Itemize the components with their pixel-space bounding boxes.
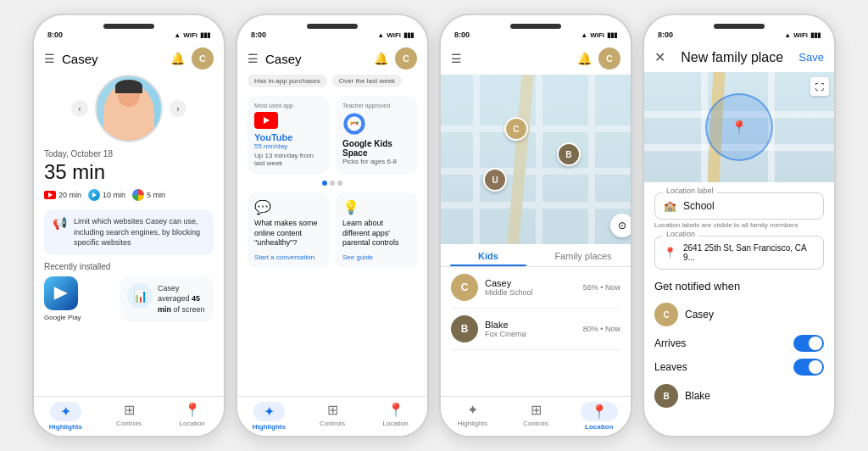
nav-controls-1[interactable]: ⊞ Controls xyxy=(97,402,161,431)
carousel-dots xyxy=(248,181,417,186)
google-play-name: Google Play xyxy=(44,314,112,321)
screen-avg-card: 📊 Casey averaged 45 min of screen xyxy=(120,276,214,322)
suggestion1-link[interactable]: Start a conversation xyxy=(254,253,322,261)
tab-family-places[interactable]: Family places xyxy=(536,244,631,266)
status-icons-1: ▲WiFi▮▮▮ xyxy=(174,31,210,39)
bell-icon-3[interactable]: 🔔 xyxy=(577,52,592,65)
screen-avg-text: Casey averaged 45 min of screen xyxy=(158,283,207,315)
tabs-row: Kids Family places xyxy=(439,244,632,267)
status-icons-3: ▲WiFi▮▮▮ xyxy=(581,31,617,39)
chrome-time: 5 min xyxy=(147,191,165,199)
status-bar-1: 8:00 ▲WiFi▮▮▮ xyxy=(34,29,224,42)
bell-icon-2[interactable]: 🔔 xyxy=(374,52,388,65)
arrives-toggle[interactable] xyxy=(793,335,824,352)
badge-iap: Has in-app purchases xyxy=(248,75,327,87)
dialog-header: ✕ New family place Save xyxy=(644,42,834,72)
map-preview[interactable]: 📍 ⛶ xyxy=(644,72,834,182)
conversation-icon: 💬 xyxy=(254,199,322,215)
location-field-label: Location xyxy=(663,230,698,238)
websites-info-card[interactable]: 📢 Limit which websites Casey can use, in… xyxy=(44,209,214,255)
suggestion-card-2[interactable]: 💡 Learn about different apps' parental c… xyxy=(336,192,417,268)
suggestion-card-1[interactable]: 💬 What makes some online content "unheal… xyxy=(248,192,329,268)
location-label-value: School xyxy=(683,200,715,212)
status-bar-3: 8:00 ▲WiFi▮▮▮ xyxy=(441,29,631,42)
casey-stat: 56% • Now xyxy=(583,283,620,292)
guide-icon: 💡 xyxy=(342,199,410,215)
nav-highlights-3[interactable]: ✦ Highlights xyxy=(441,402,504,431)
hamburger-icon[interactable]: ☰ xyxy=(44,52,55,65)
map-pin: 📍 xyxy=(731,120,748,136)
center-location-btn[interactable]: ⊙ xyxy=(610,214,632,237)
casey-avatar: C xyxy=(451,274,478,301)
location-label-field[interactable]: 🏫 School xyxy=(654,192,824,220)
avatar-3[interactable]: C xyxy=(598,47,620,70)
google-play-app[interactable]: Google Play xyxy=(44,276,112,322)
kids-space-name: Google Kids Space xyxy=(342,139,410,158)
map-view[interactable]: C B U ⊙ xyxy=(439,75,632,244)
highlights-icon-3: ✦ xyxy=(467,402,478,418)
suggestion-cards: 💬 What makes some online content "unheal… xyxy=(248,192,417,268)
suggestion2-title: Learn about different apps' parental con… xyxy=(342,219,410,248)
map-expand-btn[interactable]: ⛶ xyxy=(810,77,829,96)
app-item-youtube: 20 min xyxy=(44,189,81,201)
installed-apps-row: Google Play 📊 Casey averaged 45 min of s… xyxy=(44,276,214,322)
leaves-toggle[interactable] xyxy=(793,359,824,376)
close-button[interactable]: ✕ xyxy=(654,49,665,65)
most-used-label: Most used app xyxy=(254,103,322,109)
app-card-youtube[interactable]: Most used app YouTube 55 min/day Up 13 m… xyxy=(248,96,329,174)
dialog-title: New family place xyxy=(681,50,783,65)
phone-2: 8:00 ▲WiFi▮▮▮ ☰ Casey 🔔 C Has in-app pur… xyxy=(236,14,429,437)
suggestion2-link[interactable]: See guide xyxy=(342,253,410,261)
bell-icon-1[interactable]: 🔔 xyxy=(170,52,185,65)
location-label-field-label: Location label xyxy=(663,187,717,195)
notify-blake-name: Blake xyxy=(685,390,824,402)
nav-controls-3[interactable]: ⊞ Controls xyxy=(504,402,568,431)
blake-name: Blake xyxy=(485,320,576,330)
person-blake-row[interactable]: B Blake Fox Cinema 80% • Now xyxy=(451,309,620,350)
avatar-2[interactable]: C xyxy=(395,47,417,70)
phone-1: 8:00 ▲WiFi▮▮▮ ☰ Casey 🔔 C ‹ › Today, Oct… xyxy=(32,14,225,437)
notify-casey-avatar: C xyxy=(654,303,678,326)
profile-avatar xyxy=(95,75,163,142)
youtube-card-icon xyxy=(254,112,278,129)
leaves-toggle-knob xyxy=(809,360,822,374)
field-group: Location label 🏫 School Location labels … xyxy=(644,187,834,276)
nav-highlights-2[interactable]: ✦ Highlights xyxy=(237,402,301,431)
avatar-1[interactable]: C xyxy=(192,47,214,70)
app-card-kids-space[interactable]: Teacher approved Google Kids Space Picks… xyxy=(336,96,417,174)
app-title-2: Casey xyxy=(265,52,367,66)
nav-highlights-1[interactable]: ✦ Highlights xyxy=(34,402,97,431)
leaves-label: Leaves xyxy=(654,361,787,373)
save-button[interactable]: Save xyxy=(798,51,824,64)
casey-map-avatar: C xyxy=(504,117,528,141)
screen-avg-icon: 📊 xyxy=(127,283,153,309)
phone1-content: ‹ › Today, October 18 35 min 20 min 10 m… xyxy=(34,75,224,396)
kids-space-sub: Picks for ages 6-8 xyxy=(342,158,410,165)
nav-location-3[interactable]: 📍 Location xyxy=(567,402,631,431)
person-casey-row[interactable]: C Casey Middle School 56% • Now xyxy=(451,267,620,309)
screen-time: 35 min xyxy=(44,160,214,184)
location-field[interactable]: 📍 2641 25th St, San Francisco, CA 9... xyxy=(654,236,824,270)
youtube-card-name: YouTube xyxy=(254,132,322,142)
bottom-nav-1: ✦ Highlights ⊞ Controls 📍 Location xyxy=(34,396,224,436)
hamburger-icon-2[interactable]: ☰ xyxy=(248,52,259,65)
tab-kids[interactable]: Kids xyxy=(441,244,536,266)
nav-controls-2[interactable]: ⊞ Controls xyxy=(301,402,364,431)
profile-section: ‹ › xyxy=(44,75,214,142)
app-bar-1: ☰ Casey 🔔 C xyxy=(34,42,224,75)
blake-stat: 80% • Now xyxy=(583,325,620,333)
blake-avatar: B xyxy=(451,315,478,342)
highlights-icon-2: ✦ xyxy=(264,404,275,419)
teacher-approved-label: Teacher approved xyxy=(342,103,410,109)
prev-profile-btn[interactable]: ‹ xyxy=(71,100,88,117)
leaves-row: Leaves xyxy=(644,355,834,379)
nav-location-2[interactable]: 📍 Location xyxy=(364,402,427,431)
notify-header: Get notified when xyxy=(644,276,834,298)
badge-row: Has in-app purchases Over the last week xyxy=(248,75,417,87)
controls-icon-1: ⊞ xyxy=(124,402,135,418)
app-breakdown: 20 min 10 min 5 min xyxy=(44,189,214,201)
nav-location-1[interactable]: 📍 Location xyxy=(160,402,224,431)
svg-point-3 xyxy=(356,121,359,124)
next-profile-btn[interactable]: › xyxy=(170,100,186,117)
hamburger-icon-3[interactable]: ☰ xyxy=(451,52,462,65)
